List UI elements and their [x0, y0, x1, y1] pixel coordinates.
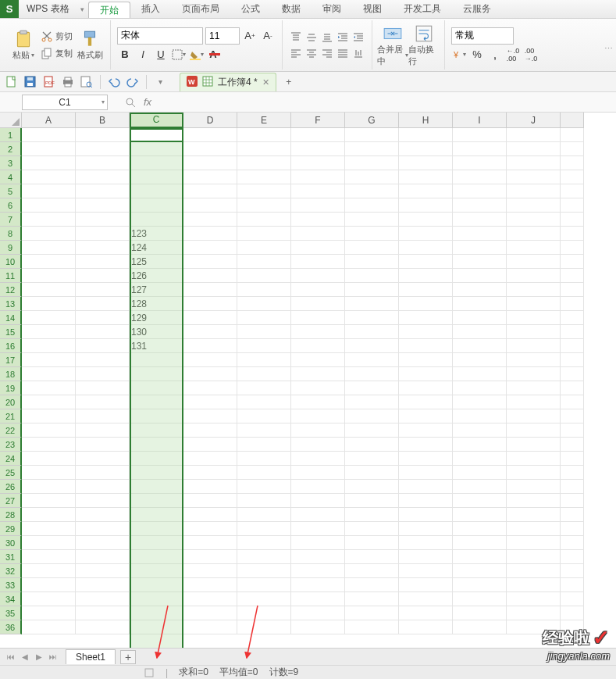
cell-F20[interactable]: [291, 395, 345, 409]
row-header-26[interactable]: 26: [0, 480, 22, 494]
cell-C25[interactable]: [130, 466, 183, 480]
cell-F11[interactable]: [291, 269, 345, 283]
undo-button[interactable]: [107, 75, 121, 89]
cell-A10[interactable]: [22, 255, 76, 269]
cell-F33[interactable]: [291, 578, 345, 592]
cell-F6[interactable]: [291, 198, 345, 213]
cell-B34[interactable]: [76, 592, 130, 606]
cell-G15[interactable]: [345, 325, 399, 339]
cell-E2[interactable]: [237, 142, 291, 156]
cell-C20[interactable]: [130, 395, 183, 409]
cell-H13[interactable]: [399, 297, 453, 311]
row-header-29[interactable]: 29: [0, 522, 22, 536]
cell-partial-24[interactable]: [561, 452, 584, 466]
cell-I27[interactable]: [453, 494, 507, 508]
cell-B4[interactable]: [76, 170, 130, 184]
cell-E17[interactable]: [237, 353, 291, 367]
cell-partial-32[interactable]: [561, 564, 584, 578]
cell-E15[interactable]: [237, 325, 291, 339]
cell-F7[interactable]: [291, 213, 345, 227]
cell-H24[interactable]: [399, 452, 453, 466]
cell-B1[interactable]: [76, 128, 130, 142]
cut-button[interactable]: 剪切: [41, 29, 73, 45]
cell-partial-12[interactable]: [561, 283, 584, 297]
indent-increase-button[interactable]: [351, 30, 365, 45]
cell-G3[interactable]: [345, 156, 399, 170]
cell-I34[interactable]: [453, 592, 507, 606]
cell-D9[interactable]: [183, 241, 237, 255]
cell-B7[interactable]: [76, 213, 130, 227]
cell-E25[interactable]: [237, 466, 291, 480]
cell-partial-28[interactable]: [561, 508, 584, 522]
cell-F34[interactable]: [291, 592, 345, 606]
row-header-13[interactable]: 13: [0, 297, 22, 311]
cell-C34[interactable]: [130, 592, 183, 606]
cell-C13[interactable]: 128: [130, 297, 183, 311]
cell-E27[interactable]: [237, 494, 291, 508]
cell-partial-14[interactable]: [561, 311, 584, 325]
cell-G7[interactable]: [345, 213, 399, 227]
cell-C5[interactable]: [130, 184, 183, 198]
cell-D11[interactable]: [183, 269, 237, 283]
cell-I28[interactable]: [453, 508, 507, 522]
row-header-3[interactable]: 3: [0, 156, 22, 170]
font-family-select[interactable]: [117, 27, 203, 45]
cell-G1[interactable]: [345, 128, 399, 142]
comma-button[interactable]: ,: [487, 47, 503, 63]
new-button[interactable]: [5, 75, 19, 89]
cell-B8[interactable]: [76, 227, 130, 241]
cell-partial-4[interactable]: [561, 170, 584, 184]
app-menu-dropdown[interactable]: ▾: [77, 0, 88, 18]
cell-A15[interactable]: [22, 325, 76, 339]
cell-partial-27[interactable]: [561, 494, 584, 508]
row-header-10[interactable]: 10: [0, 255, 22, 269]
cell-H22[interactable]: [399, 423, 453, 438]
cell-I29[interactable]: [453, 522, 507, 536]
cell-J8[interactable]: [507, 227, 561, 241]
cell-H32[interactable]: [399, 564, 453, 578]
row-header-18[interactable]: 18: [0, 367, 22, 381]
cell-H9[interactable]: [399, 241, 453, 255]
cell-D34[interactable]: [183, 592, 237, 606]
cell-G12[interactable]: [345, 283, 399, 297]
cell-partial-19[interactable]: [561, 381, 584, 395]
cell-E20[interactable]: [237, 395, 291, 409]
cell-H35[interactable]: [399, 606, 453, 620]
cell-J16[interactable]: [507, 339, 561, 353]
row-header-25[interactable]: 25: [0, 466, 22, 480]
cell-J21[interactable]: [507, 409, 561, 423]
cell-C16[interactable]: 131: [130, 339, 183, 353]
row-header-6[interactable]: 6: [0, 198, 22, 213]
align-bottom-button[interactable]: [320, 30, 334, 45]
cell-G31[interactable]: [345, 550, 399, 564]
fill-color-button[interactable]: ▾: [189, 47, 205, 63]
cell-A24[interactable]: [22, 452, 76, 466]
cell-A17[interactable]: [22, 353, 76, 367]
col-header-partial[interactable]: [561, 113, 584, 128]
format-painter-button[interactable]: 格式刷: [74, 20, 105, 70]
cell-J33[interactable]: [507, 578, 561, 592]
cell-H33[interactable]: [399, 578, 453, 592]
cell-F26[interactable]: [291, 480, 345, 494]
merge-center-button[interactable]: 合并居中▾: [377, 20, 408, 70]
cell-I15[interactable]: [453, 325, 507, 339]
select-all-button[interactable]: [0, 113, 22, 128]
ribbon-more-icon[interactable]: ⋯: [604, 44, 613, 54]
sheet-tab[interactable]: Sheet1: [66, 649, 116, 664]
row-header-34[interactable]: 34: [0, 592, 22, 606]
cell-F13[interactable]: [291, 297, 345, 311]
cell-J9[interactable]: [507, 241, 561, 255]
cell-G6[interactable]: [345, 198, 399, 213]
cell-E14[interactable]: [237, 311, 291, 325]
cell-C28[interactable]: [130, 508, 183, 522]
cell-H31[interactable]: [399, 550, 453, 564]
cell-H23[interactable]: [399, 438, 453, 452]
cell-B15[interactable]: [76, 325, 130, 339]
bold-button[interactable]: B: [117, 47, 133, 63]
cell-partial-7[interactable]: [561, 213, 584, 227]
cell-I30[interactable]: [453, 536, 507, 550]
cell-I22[interactable]: [453, 423, 507, 438]
cell-C27[interactable]: [130, 494, 183, 508]
cell-H16[interactable]: [399, 339, 453, 353]
cell-J24[interactable]: [507, 452, 561, 466]
